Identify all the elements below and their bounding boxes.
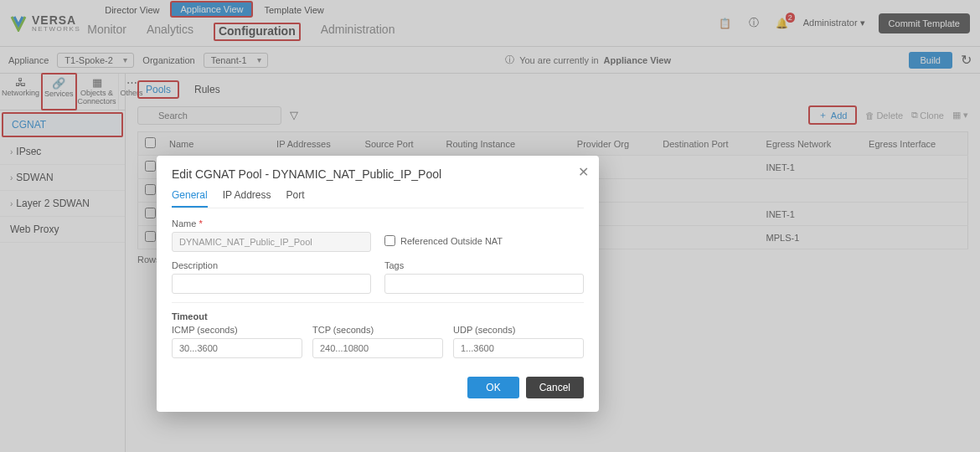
udp-label: UDP (seconds) [453, 325, 584, 335]
tags-field[interactable] [384, 274, 584, 294]
udp-field[interactable] [453, 338, 584, 358]
description-field[interactable] [172, 274, 371, 294]
tcp-field[interactable] [312, 338, 443, 358]
edit-cgnat-pool-modal: ✕ Edit CGNAT Pool - DYNAMIC_NAT_Public_I… [157, 156, 599, 412]
name-field[interactable] [172, 232, 371, 252]
icmp-label: ICMP (seconds) [172, 325, 302, 335]
modal-title: Edit CGNAT Pool - DYNAMIC_NAT_Public_IP_… [172, 167, 584, 181]
tcp-label: TCP (seconds) [312, 325, 443, 335]
modal-tab-ip[interactable]: IP Address [223, 189, 271, 208]
name-label: Name * [172, 218, 371, 229]
timeout-header: Timeout [172, 311, 584, 321]
referenced-outside-nat[interactable]: Referenced Outside NAT [384, 235, 584, 246]
referenced-outside-nat-checkbox[interactable] [384, 235, 395, 246]
icmp-field[interactable] [172, 338, 302, 358]
tags-label: Tags [384, 260, 584, 270]
modal-tab-port[interactable]: Port [286, 189, 305, 208]
description-label: Description [172, 260, 371, 270]
ok-button[interactable]: OK [467, 377, 518, 398]
modal-tab-general[interactable]: General [172, 189, 208, 208]
cancel-button[interactable]: Cancel [526, 377, 584, 398]
modal-tabs: General IP Address Port [172, 189, 584, 208]
close-icon[interactable]: ✕ [578, 164, 589, 180]
